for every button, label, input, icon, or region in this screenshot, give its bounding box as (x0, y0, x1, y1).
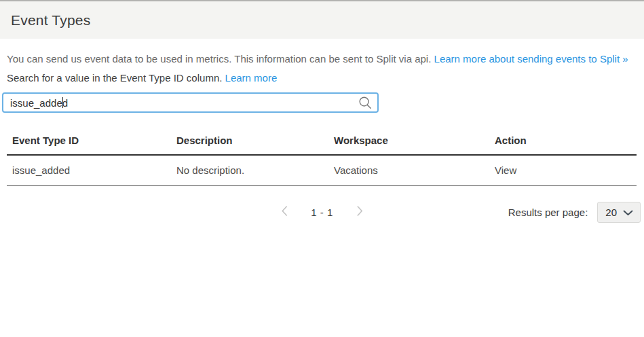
previous-page-button[interactable] (279, 204, 289, 220)
page-header: Event Types (0, 1, 644, 39)
search-input[interactable] (2, 92, 379, 113)
results-per-page-label: Results per page: (508, 207, 588, 218)
main-content: You can send us event data to be used in… (0, 52, 644, 224)
search-hint-text: Search for a value in the Event Type ID … (7, 71, 637, 85)
column-header-event-type-id: Event Type ID (7, 126, 171, 155)
cell-description: No description. (171, 155, 328, 186)
results-per-page-group: Results per page: 20 (508, 200, 641, 224)
pagination-row: 1 - 1 Results per page: 20 (0, 200, 644, 224)
search-box (2, 92, 379, 113)
search-icon[interactable] (358, 96, 372, 109)
search-hint-sentence: Search for a value in the Event Type ID … (7, 72, 222, 84)
next-page-button[interactable] (355, 204, 365, 220)
page-title: Event Types (11, 12, 90, 29)
results-per-page-select[interactable]: 20 (597, 202, 641, 223)
pager: 1 - 1 (279, 200, 365, 224)
text-caret (62, 97, 63, 108)
chevron-left-icon (280, 205, 288, 219)
column-header-description: Description (171, 126, 328, 155)
cell-action: View (489, 155, 637, 186)
table-row: issue_added No description. Vacations Vi… (7, 155, 637, 186)
intro-text: You can send us event data to be used in… (7, 52, 637, 66)
column-header-workspace: Workspace (328, 126, 489, 155)
table-header-row: Event Type ID Description Workspace Acti… (7, 126, 637, 155)
results-per-page-value: 20 (605, 207, 617, 218)
event-types-table: Event Type ID Description Workspace Acti… (7, 126, 637, 186)
intro-sentence: You can send us event data to be used in… (7, 53, 431, 65)
column-header-action: Action (489, 126, 637, 155)
learn-more-sending-events-link[interactable]: Learn more about sending events to Split… (434, 53, 628, 65)
cell-event-type-id: issue_added (7, 155, 171, 186)
view-action-link[interactable]: View (495, 164, 516, 176)
chevron-right-icon (356, 205, 364, 219)
page-range-label: 1 - 1 (311, 207, 333, 218)
learn-more-link[interactable]: Learn more (225, 72, 278, 84)
cell-workspace: Vacations (328, 155, 489, 186)
chevron-down-icon (623, 207, 633, 218)
